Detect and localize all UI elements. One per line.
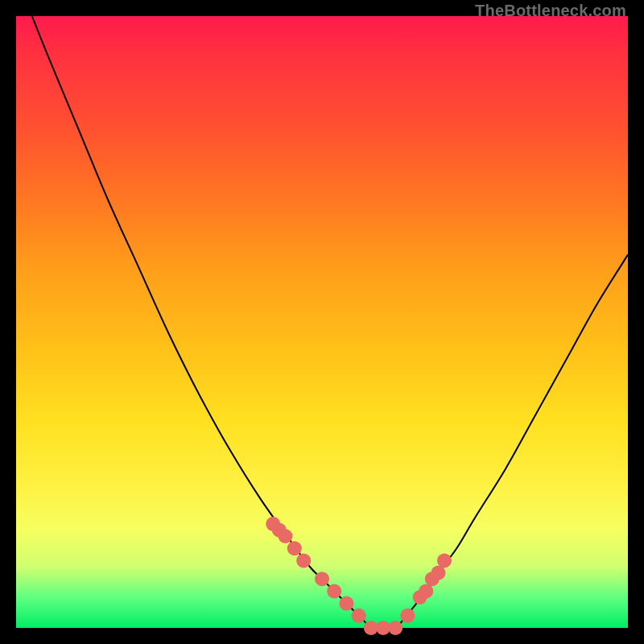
highlight-marker [296,553,311,568]
watermark-text: TheBottleneck.com [475,2,626,20]
highlight-marker [287,541,302,555]
chart-frame: TheBottleneck.com [0,0,644,644]
highlight-marker [339,597,353,611]
highlight-marker [352,609,366,623]
plot-area [16,16,628,628]
highlight-marker [400,609,415,623]
highlight-marker-group [266,517,452,635]
bottleneck-curve-path [32,16,628,629]
highlight-marker [278,529,292,543]
highlight-marker [315,572,329,586]
highlight-marker [437,553,452,568]
highlight-marker [388,621,402,635]
highlight-marker [327,584,341,598]
chart-svg [16,16,628,628]
